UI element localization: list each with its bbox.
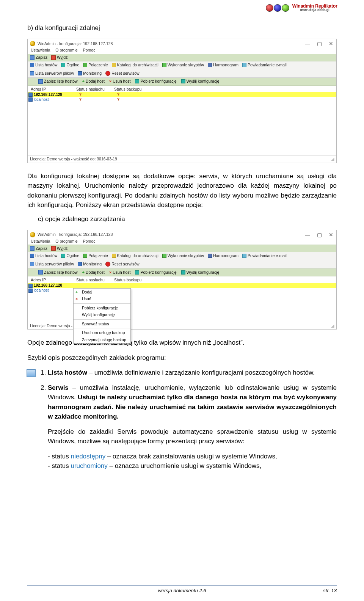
download-icon	[135, 270, 139, 275]
col-adres-ip: Adres IP	[30, 87, 76, 91]
remove-host-button[interactable]: ×Usuń host	[109, 270, 130, 275]
save-button[interactable]: Zapisz	[30, 246, 47, 251]
transitions-paragraph: Przejście do zakładki Serwis powoduje au…	[48, 427, 337, 446]
host-row[interactable]: localhost ? ?	[28, 97, 336, 102]
download-config-button[interactable]: Pobierz konfigurację	[135, 270, 176, 275]
document-header: Winadmin Replikator Instrukcja obsługi	[266, 4, 337, 12]
resize-grip-icon[interactable]: ◢	[331, 324, 334, 328]
host-status1: ?	[79, 98, 117, 102]
ctx-label: Uruchom usługę backup	[82, 330, 125, 335]
window-maximize-icon[interactable]: ▢	[317, 232, 322, 237]
tab-katalogi[interactable]: Katalogi do archiwizacji	[112, 254, 158, 258]
bullet-prefix: - status	[48, 462, 71, 469]
ctx-usun[interactable]: × Usuń	[74, 295, 130, 303]
sphere-blue-icon	[274, 4, 281, 12]
tab-monitoring[interactable]: Monitoring	[78, 71, 102, 75]
folder-icon	[112, 254, 116, 258]
bullet-keyword: uruchomiony	[71, 462, 107, 469]
mail-icon	[242, 63, 246, 67]
tab-skrypty[interactable]: Wykonanie skryptów	[162, 254, 204, 258]
upload-config-button[interactable]: Wyślij konfigurację	[181, 79, 220, 83]
tab-label: Połączenie	[88, 63, 108, 67]
ctx-pobierz-konfig[interactable]: Pobierz konfigurację	[74, 304, 130, 312]
menu-ustawienia[interactable]: Ustawienia	[31, 239, 50, 243]
add-host-button[interactable]: +Dodaj host	[82, 270, 105, 275]
li1-bold: Lista hostów	[48, 369, 87, 376]
remove-host-button[interactable]: ×Usuń host	[109, 79, 130, 83]
exit-label: Wyjdź	[57, 55, 68, 60]
window-close-icon[interactable]: ✕	[329, 41, 333, 46]
app-icon	[30, 41, 35, 46]
upload-config-button[interactable]: Wyślij konfigurację	[181, 270, 220, 275]
save-exit-toolbar: Zapisz Wyjdź	[28, 54, 336, 61]
host-row-selected[interactable]: 192.168.127.128	[28, 283, 336, 288]
download-icon	[135, 79, 139, 83]
monitor-icon	[30, 63, 34, 67]
tab-email[interactable]: Powiadamianie e-mail	[242, 63, 287, 67]
col-status-nasluchu: Status nasłuchu	[76, 87, 114, 91]
ctx-sprawdz-status[interactable]: Sprawdź status	[74, 320, 130, 328]
tab-katalogi[interactable]: Katalogi do archiwizacji	[112, 63, 158, 67]
folder-icon	[112, 63, 116, 67]
tab-reset[interactable]: Reset serwisów	[105, 262, 140, 267]
reset-icon	[105, 262, 110, 267]
save-button[interactable]: Zapisz	[30, 55, 47, 60]
btn-label: Dodaj host	[86, 270, 105, 275]
window-maximize-icon[interactable]: ▢	[317, 41, 322, 46]
ctx-separator	[74, 303, 130, 304]
tab-skrypty[interactable]: Wykonanie skryptów	[162, 63, 204, 67]
exit-button[interactable]: Wyjdź	[51, 246, 68, 251]
paragraph-3: Szybki opis poszczególnych zakładek prog…	[27, 353, 337, 363]
exit-button[interactable]: Wyjdź	[51, 55, 68, 60]
server-icon	[30, 262, 34, 266]
paragraph-1: Dla konfiguracji lokalnej dostępne są do…	[27, 171, 337, 210]
tab-lista-hostow[interactable]: Lista hostów	[30, 254, 57, 258]
menu-pomoc[interactable]: Pomoc	[83, 239, 96, 243]
hosts-toolbar: Zapisz listę hostów +Dodaj host ×Usuń ho…	[28, 268, 336, 276]
tab-ogolne[interactable]: Ogólne	[61, 254, 79, 258]
tab-polaczenie[interactable]: Połączenie	[83, 254, 108, 258]
window-minimize-icon[interactable]: —	[305, 232, 310, 237]
tab-monitoring[interactable]: Monitoring	[78, 262, 102, 266]
ctx-wyslij-konfig[interactable]: Wyślij konfigurację	[74, 311, 130, 319]
upload-icon	[181, 79, 185, 83]
window-close-icon[interactable]: ✕	[329, 232, 333, 237]
save-hosts-button[interactable]: Zapisz listę hostów	[38, 79, 78, 84]
download-config-button[interactable]: Pobierz konfigurację	[135, 79, 176, 83]
hosts-table-header: Adres IP Status nasłuchu Status backupu	[28, 276, 336, 283]
save-hosts-button[interactable]: Zapisz listę hostów	[38, 270, 78, 275]
ctx-zatrzymaj-backup[interactable]: Zatrzymaj usługę backup	[74, 336, 130, 344]
menu-ustawienia[interactable]: Ustawienia	[31, 48, 50, 52]
tab-label: Powiadamianie e-mail	[248, 254, 287, 258]
resize-grip-icon[interactable]: ◢	[331, 157, 334, 161]
tab-serwery[interactable]: Lista serwerów plików	[30, 71, 74, 75]
tab-label: Monitoring	[83, 262, 102, 266]
tab-reset[interactable]: Reset serwisów	[105, 71, 140, 76]
tab-harmonogram[interactable]: Harmonogram	[208, 254, 238, 258]
add-host-button[interactable]: +Dodaj host	[82, 79, 105, 83]
menu-pomoc[interactable]: Pomoc	[83, 48, 96, 52]
window-minimize-icon[interactable]: —	[305, 41, 310, 46]
tab-serwery[interactable]: Lista serwerów plików	[30, 262, 74, 266]
tab-email[interactable]: Powiadamianie e-mail	[242, 254, 287, 258]
ctx-label: Usuń	[82, 297, 91, 301]
tab-lista-hostow[interactable]: Lista hostów	[30, 63, 57, 67]
menu-oprogramie[interactable]: O programie	[55, 239, 77, 243]
host-ip: localhost	[33, 289, 79, 292]
tab-ogolne[interactable]: Ogólne	[61, 63, 79, 67]
ctx-dodaj[interactable]: + Dodaj	[74, 289, 130, 296]
hosts-toolbar: Zapisz listę hostów +Dodaj host ×Usuń ho…	[28, 78, 336, 86]
tab-polaczenie[interactable]: Połączenie	[83, 63, 108, 67]
list-item-2: Serwis – umożliwia instalację, uruchomie…	[48, 383, 337, 471]
tab-harmonogram[interactable]: Harmonogram	[208, 63, 238, 67]
ctx-uruchom-backup[interactable]: Uruchom usługę backup	[74, 329, 130, 336]
menu-oprogramie[interactable]: O programie	[55, 48, 77, 52]
x-icon: ×	[109, 270, 111, 275]
host-row-selected[interactable]: 192.168.127.128 ? ?	[28, 92, 336, 97]
tab-label: Lista hostów	[35, 254, 57, 258]
host-icon	[28, 97, 33, 102]
btn-label: Usuń host	[113, 270, 130, 275]
window-titlebar: WinAdmin - konfiguracja: 192.168.127.128…	[28, 230, 336, 239]
tab-label: Katalogi do archiwizacji	[117, 254, 158, 258]
tab-label: Harmonogram	[213, 63, 238, 67]
